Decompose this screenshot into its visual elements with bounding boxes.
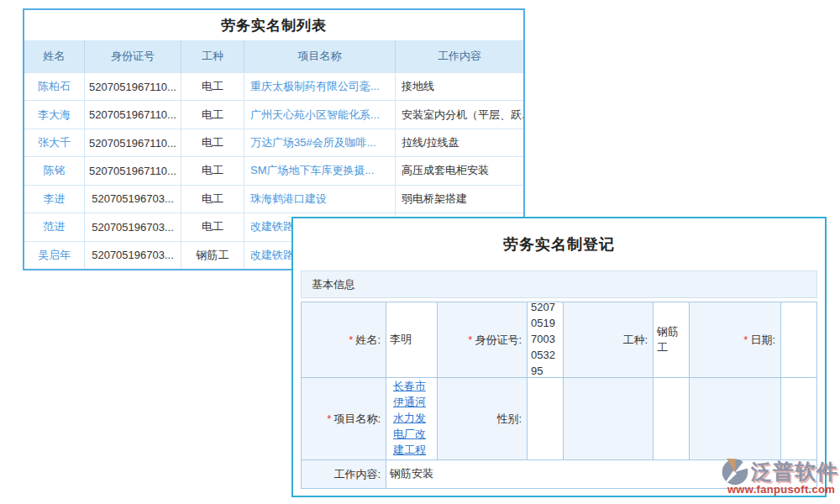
header-project: 项目名称	[244, 40, 395, 72]
trade-cell: 钢筋工	[181, 242, 244, 269]
section-label: 基本信息	[312, 277, 355, 292]
label-date: * 日期:	[690, 302, 780, 377]
id-number-cell: 520705196703...	[84, 213, 181, 240]
trade-cell: 电工	[181, 73, 244, 100]
id-number-cell: 5207051967110...	[84, 101, 181, 128]
value-project: 长春市伊通河水力发电厂改建工程	[386, 378, 437, 459]
value-name: 李明	[386, 302, 437, 377]
required-marker: *	[743, 333, 748, 346]
empty-value-cell	[654, 378, 689, 459]
project-link[interactable]: 珠海鹤港口建设	[244, 186, 395, 213]
value-trade: 钢筋工	[654, 302, 689, 377]
required-marker: *	[468, 333, 472, 346]
project-link[interactable]: 万达广场35#会所及咖啡...	[244, 129, 395, 156]
list-title: 劳务实名制列表	[24, 10, 523, 40]
project-name-link[interactable]: 长春市伊通河水力发电厂改建工程	[393, 379, 430, 458]
name-link[interactable]: 李大海	[24, 101, 84, 128]
label-name: * 姓名:	[302, 302, 386, 377]
name-link[interactable]: 陈铭	[24, 157, 84, 184]
table-row: 张大千 5207051967110... 电工 万达广场35#会所及咖啡... …	[24, 129, 523, 156]
trade-cell: 电工	[181, 157, 244, 184]
label-project: * 项目名称:	[302, 378, 386, 459]
project-link[interactable]: 广州天心苑小区智能化系...	[244, 101, 395, 128]
work-content-cell: 拉线/拉线盘	[395, 129, 523, 156]
value-id-number: 520705197003053295	[528, 302, 563, 377]
label-gender: 性别:	[438, 378, 527, 459]
table-row: 陈柏石 5207051967110... 电工 重庆太极制药有限公司毫... 接…	[24, 72, 523, 100]
name-link[interactable]: 张大千	[24, 129, 84, 156]
fanpu-logo-icon	[719, 456, 751, 486]
trade-cell: 电工	[181, 213, 244, 240]
label-trade: 工种:	[564, 302, 653, 377]
work-content-cell: 安装室内分机（平层、跃...	[395, 101, 523, 128]
value-date	[781, 302, 816, 377]
empty-label-cell	[690, 378, 780, 459]
name-link[interactable]: 吴启年	[24, 242, 84, 269]
id-number-cell: 5207051967110...	[84, 129, 181, 156]
trade-cell: 电工	[181, 101, 244, 128]
header-work-content: 工作内容	[395, 40, 523, 72]
required-marker: *	[349, 333, 353, 346]
empty-value-cell	[781, 378, 816, 459]
header-name: 姓名	[24, 40, 84, 72]
id-number-cell: 520705196703...	[84, 186, 181, 213]
trade-cell: 电工	[181, 129, 244, 156]
work-content-cell: 高压成套电柜安装	[395, 157, 523, 184]
table-row: 陈铭 5207051967110... 电工 SM广场地下车库更换摄... 高压…	[24, 156, 523, 184]
project-link[interactable]: 重庆太极制药有限公司毫...	[244, 73, 395, 100]
registration-form-panel: 劳务实名制登记 基本信息 * 姓名: 李明 * 身份证号: 5207051970…	[291, 217, 827, 497]
work-content-cell: 弱电桥架搭建	[395, 186, 523, 213]
watermark-top: 泛普软件	[719, 456, 840, 486]
brand-text: 泛普软件	[751, 458, 838, 486]
project-link[interactable]: SM广场地下车库更换摄...	[244, 157, 395, 184]
section-basic-info: 基本信息	[301, 270, 817, 298]
empty-label-cell	[564, 378, 653, 459]
name-link[interactable]: 范进	[24, 213, 84, 240]
label-work-content: 工作内容:	[302, 460, 386, 488]
id-number-cell: 5207051967110...	[84, 73, 181, 100]
header-trade: 工种	[181, 40, 244, 72]
work-content-cell: 接地线	[395, 73, 523, 100]
table-row: 李进 520705196703... 电工 珠海鹤港口建设 弱电桥架搭建	[24, 185, 523, 213]
name-link[interactable]: 陈柏石	[24, 73, 84, 100]
required-marker: *	[327, 412, 331, 425]
id-number-cell: 520705196703...	[84, 242, 181, 269]
value-gender	[528, 378, 563, 459]
table-row: 李大海 5207051967110... 电工 广州天心苑小区智能化系... 安…	[24, 100, 523, 128]
id-number-cell: 5207051967110...	[84, 157, 181, 184]
name-link[interactable]: 李进	[24, 186, 84, 213]
brand-url: www.fanpusoft.com	[719, 483, 840, 496]
form-title: 劳务实名制登记	[293, 218, 825, 270]
label-id-number: * 身份证号:	[438, 302, 527, 377]
trade-cell: 电工	[181, 186, 244, 213]
header-id-number: 身份证号	[84, 40, 181, 72]
list-header-row: 姓名 身份证号 工种 项目名称 工作内容	[24, 40, 523, 72]
fanpu-watermark: 泛普软件 www.fanpusoft.com	[719, 456, 840, 496]
